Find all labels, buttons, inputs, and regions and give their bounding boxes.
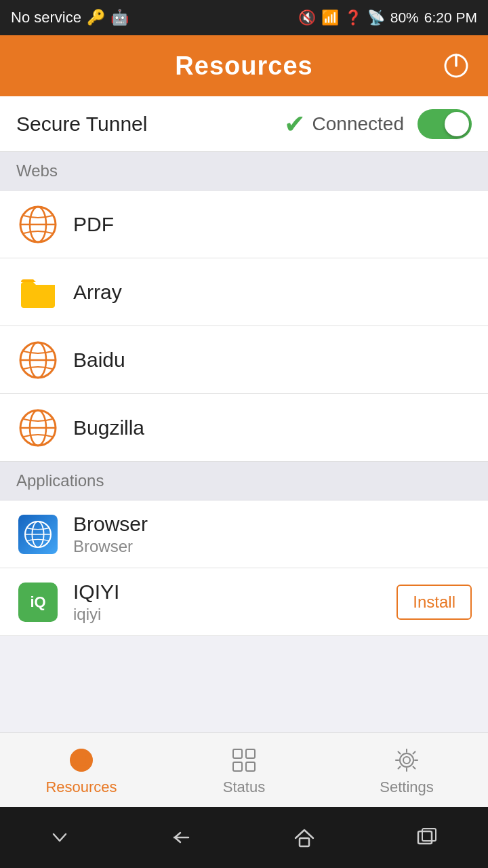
list-item-bugzilla[interactable]: Bugzilla [0,394,488,462]
app-header: Resources [0,35,488,96]
list-item-text-baidu: Baidu [73,349,472,372]
list-item-title-array: Array [73,281,472,304]
android-home-button[interactable] [293,826,316,849]
nav-label-status: Status [223,778,265,796]
list-item-title-pdf: PDF [73,213,472,236]
wifi-icon: 📶 [321,9,339,26]
mute-icon: 🔇 [298,9,316,26]
svg-rect-18 [246,749,255,758]
list-item-text-bugzilla: Bugzilla [73,416,472,439]
section-header-webs: Webs [0,152,488,191]
svg-rect-23 [300,838,309,846]
list-item-subtitle-browser: Browser [73,537,472,556]
android-dropdown-button[interactable] [49,827,70,848]
list-item-text-array: Array [73,281,472,304]
folder-icon-array [16,271,60,314]
toggle-thumb [445,112,469,136]
secure-tunnel-row: Secure Tunnel ✔ Connected [0,96,488,152]
globe-icon-baidu [16,338,60,382]
list-item-array[interactable]: Array [0,258,488,326]
apps-nav-icon [228,745,260,776]
nav-label-resources: Resources [45,778,117,796]
nav-item-status[interactable]: Status [163,733,325,807]
gear-nav-icon [391,745,422,776]
list-item-iqiyi[interactable]: iQ IQIYI iqiyi Install [0,568,488,636]
section-header-applications: Applications [0,462,488,500]
page-title: Resources [175,52,312,81]
status-left: No service 🔑 🤖 [11,9,129,26]
list-item-text-iqiyi: IQIYI iqiyi [73,580,396,624]
svg-rect-25 [422,829,436,841]
nav-item-resources[interactable]: Resources [0,733,163,807]
iqiyi-icon: iQ [16,580,60,624]
signal-icon: 📡 [367,9,385,26]
globe-icon-pdf [16,203,60,246]
svg-point-22 [400,753,413,767]
list-item-text-browser: Browser Browser [73,513,472,556]
svg-point-21 [403,757,410,764]
connected-status-text: Connected [312,113,404,135]
list-item-browser[interactable]: Browser Browser [0,500,488,568]
svg-rect-24 [418,831,432,844]
list-item-subtitle-iqiyi: iqiyi [73,605,396,624]
nav-label-settings: Settings [380,778,434,796]
browser-icon [16,513,60,556]
key-icon: 🔑 [87,9,105,26]
power-button[interactable] [438,47,474,84]
secure-tunnel-label: Secure Tunnel [16,113,284,136]
nav-item-settings[interactable]: Settings [325,733,488,807]
svg-rect-19 [233,762,242,771]
time-text: 6:20 PM [424,9,477,26]
question-icon: ❓ [344,9,362,26]
list-item-baidu[interactable]: Baidu [0,326,488,394]
list-item-pdf[interactable]: PDF [0,191,488,258]
svg-rect-17 [233,749,242,758]
bottom-nav: Resources Status Settings [0,732,488,807]
list-item-title-bugzilla: Bugzilla [73,416,472,439]
status-right: 🔇 📶 ❓ 📡 80% 6:20 PM [298,9,477,26]
list-item-title-iqiyi: IQIYI [73,580,396,604]
list-item-text-pdf: PDF [73,213,472,236]
globe-nav-icon [66,745,97,776]
install-button-iqiyi[interactable]: Install [396,585,472,620]
battery-text: 80% [390,9,419,26]
android-icon: 🤖 [110,9,129,26]
svg-rect-20 [246,762,255,771]
power-icon [441,51,471,81]
connected-checkmark: ✔ [284,109,306,139]
android-nav-bar [0,807,488,868]
android-back-button[interactable] [169,829,194,846]
list-item-title-baidu: Baidu [73,349,472,372]
status-bar: No service 🔑 🤖 🔇 📶 ❓ 📡 80% 6:20 PM [0,0,488,35]
carrier-text: No service [11,9,81,26]
android-recents-button[interactable] [415,827,439,848]
globe-icon-bugzilla [16,406,60,450]
content-area: Webs PDF Array [0,152,488,732]
list-item-title-browser: Browser [73,513,472,536]
secure-tunnel-toggle[interactable] [418,109,472,139]
